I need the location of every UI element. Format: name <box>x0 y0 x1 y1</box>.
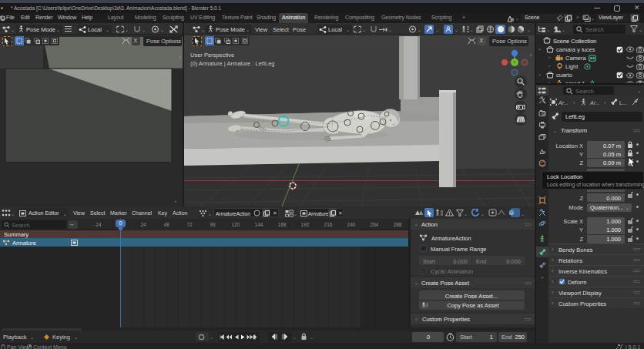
svg-text:Y: Y <box>513 60 516 65</box>
svg-text:⌃: ⌃ <box>173 200 178 206</box>
